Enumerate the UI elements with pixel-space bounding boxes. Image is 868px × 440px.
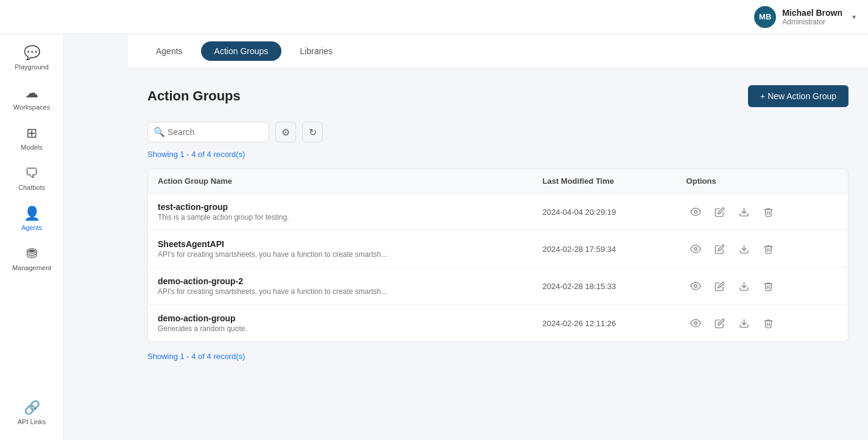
records-count-bottom: Showing 1 - 4 of 4 record(s) xyxy=(147,352,849,361)
action-group-name: test-action-group xyxy=(158,202,523,212)
filter-icon: ⚙ xyxy=(281,127,290,138)
api-links-icon: 🔗 xyxy=(24,400,40,416)
management-icon: ⛃ xyxy=(26,246,37,262)
download-icon[interactable] xyxy=(735,277,753,295)
sidebar-item-models[interactable]: ⊞ Models xyxy=(0,119,63,157)
delete-icon[interactable] xyxy=(760,240,778,258)
sidebar-item-label: Agents xyxy=(21,224,42,231)
refresh-button[interactable]: ↻ xyxy=(302,122,323,142)
download-icon[interactable] xyxy=(735,203,753,221)
table-container: Action Group Name Last Modified Time Opt… xyxy=(147,169,849,342)
tab-action-groups[interactable]: Action Groups xyxy=(201,41,282,61)
action-icons xyxy=(686,277,838,295)
sidebar-item-chatbots[interactable]: 🗨 Chatbots xyxy=(0,159,63,197)
topbar: MB Michael Brown Administrator ▾ xyxy=(0,0,868,34)
view-icon[interactable] xyxy=(686,203,705,221)
page-body: Action Groups + New Action Group 🔍 ⚙ ↻ S… xyxy=(128,68,868,378)
view-icon[interactable] xyxy=(686,277,705,295)
sidebar-item-label: Workspaces xyxy=(13,103,50,111)
table-header-row: Action Group Name Last Modified Time Opt… xyxy=(148,169,848,194)
table-row: SheetsAgentAPI API's for creating smarts… xyxy=(148,231,848,268)
main-content: Agents Action Groups Libraries Action Gr… xyxy=(128,34,868,440)
tab-libraries[interactable]: Libraries xyxy=(286,41,346,61)
delete-icon[interactable] xyxy=(760,203,778,221)
sidebar-item-label: Playground xyxy=(15,63,49,71)
view-icon[interactable] xyxy=(686,314,705,332)
tab-agents[interactable]: Agents xyxy=(143,41,196,61)
modified-time: 2024-02-26 12:11:26 xyxy=(543,319,616,328)
chatbots-icon: 🗨 xyxy=(25,166,38,181)
action-group-desc: This is a sample action group for testin… xyxy=(158,213,523,222)
chevron-down-icon: ▾ xyxy=(852,13,856,21)
col-options: Options xyxy=(677,169,848,194)
sidebar-item-agents[interactable]: 👤 Agents xyxy=(0,200,63,237)
tabs-bar: Agents Action Groups Libraries xyxy=(128,34,868,68)
modified-time: 2024-02-28 18:15:33 xyxy=(543,282,616,291)
table-head: Action Group Name Last Modified Time Opt… xyxy=(148,169,848,194)
search-input[interactable] xyxy=(147,122,269,142)
action-icons xyxy=(686,314,838,332)
cell-name: demo-action-group Generates a random quo… xyxy=(148,305,533,342)
user-details: Michael Brown Administrator xyxy=(782,8,842,26)
action-group-desc: Generates a random quote. xyxy=(158,324,523,333)
sidebar-item-management[interactable]: ⛃ Management xyxy=(0,240,63,278)
search-wrapper: 🔍 xyxy=(147,122,269,142)
cell-modified: 2024-04-04 20:29:19 xyxy=(533,194,677,231)
action-group-desc: API's for creating smartsheets, you have… xyxy=(158,287,523,296)
action-group-desc: API's for creating smartsheets, you have… xyxy=(158,250,523,259)
delete-icon[interactable] xyxy=(760,314,778,332)
edit-icon[interactable] xyxy=(711,240,729,258)
table-row: test-action-group This is a sample actio… xyxy=(148,194,848,231)
user-menu[interactable]: MB Michael Brown Administrator ▾ xyxy=(754,6,856,28)
svg-point-6 xyxy=(694,285,697,288)
workspaces-icon: ☁ xyxy=(25,85,38,101)
col-name: Action Group Name xyxy=(148,169,533,194)
refresh-icon: ↻ xyxy=(309,127,317,138)
action-icons xyxy=(686,203,838,221)
edit-icon[interactable] xyxy=(711,277,729,295)
avatar: MB xyxy=(754,6,776,28)
table-row: demo-action-group-2 API's for creating s… xyxy=(148,268,848,305)
page-title: Action Groups xyxy=(147,88,241,104)
page-header: Action Groups + New Action Group xyxy=(147,85,849,107)
sidebar: ai 💬 Playground ☁ Workspaces ⊞ Models 🗨 … xyxy=(0,0,64,440)
cell-name: demo-action-group-2 API's for creating s… xyxy=(148,268,533,305)
action-group-name: demo-action-group xyxy=(158,313,523,323)
user-name: Michael Brown xyxy=(782,8,842,18)
download-icon[interactable] xyxy=(735,240,753,258)
edit-icon[interactable] xyxy=(711,203,729,221)
filter-button[interactable]: ⚙ xyxy=(275,122,296,142)
table-body: test-action-group This is a sample actio… xyxy=(148,194,848,342)
new-action-group-button[interactable]: + New Action Group xyxy=(748,85,849,107)
records-count-top: Showing 1 - 4 of 4 record(s) xyxy=(147,150,849,159)
sidebar-item-label: Management xyxy=(12,264,51,271)
svg-point-4 xyxy=(694,248,697,251)
action-group-name: SheetsAgentAPI xyxy=(158,239,523,249)
action-groups-table: Action Group Name Last Modified Time Opt… xyxy=(148,169,848,341)
view-icon[interactable] xyxy=(686,240,705,258)
agents-icon: 👤 xyxy=(24,206,40,222)
cell-options xyxy=(677,231,848,268)
user-role: Administrator xyxy=(782,18,842,26)
sidebar-item-workspaces[interactable]: ☁ Workspaces xyxy=(0,79,63,117)
cell-modified: 2024-02-28 18:15:33 xyxy=(533,268,677,305)
cell-options xyxy=(677,194,848,231)
sidebar-item-api-links[interactable]: 🔗 API Links xyxy=(13,394,51,431)
svg-point-8 xyxy=(694,322,697,325)
sidebar-item-label: Models xyxy=(21,144,42,151)
search-row: 🔍 ⚙ ↻ xyxy=(147,122,849,142)
playground-icon: 💬 xyxy=(24,45,40,61)
download-icon[interactable] xyxy=(735,314,753,332)
table-row: demo-action-group Generates a random quo… xyxy=(148,305,848,342)
modified-time: 2024-04-04 20:29:19 xyxy=(543,208,616,217)
cell-options xyxy=(677,305,848,342)
sidebar-item-label: API Links xyxy=(18,418,46,425)
search-icon: 🔍 xyxy=(153,127,165,138)
cell-name: test-action-group This is a sample actio… xyxy=(148,194,533,231)
action-group-name: demo-action-group-2 xyxy=(158,276,523,286)
sidebar-item-label: Chatbots xyxy=(18,184,45,191)
svg-point-2 xyxy=(694,211,697,214)
delete-icon[interactable] xyxy=(760,277,778,295)
edit-icon[interactable] xyxy=(711,314,729,332)
sidebar-item-playground[interactable]: 💬 Playground xyxy=(0,39,63,77)
